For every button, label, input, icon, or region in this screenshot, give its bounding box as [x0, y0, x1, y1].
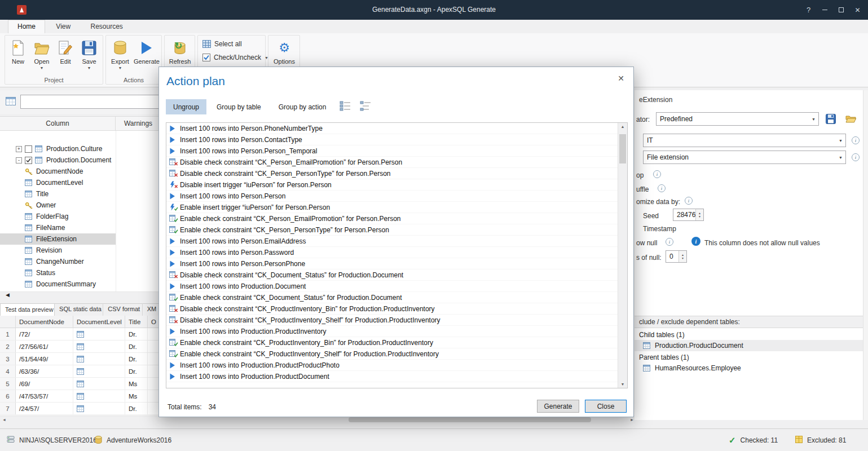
type-combo[interactable]: IT ▼ [643, 134, 846, 147]
splitter-collapse-icon[interactable]: ◀ [6, 292, 10, 298]
action-list-item[interactable]: Insert 100 rows into Person.EmailAddress [166, 236, 618, 247]
collapse-groups-icon[interactable] [360, 101, 371, 111]
action-list-item[interactable]: Insert 100 rows into Person.PersonPhone [166, 258, 618, 269]
preview-row-2[interactable]: 2/27/56/61/Dr. [0, 341, 161, 353]
tree-row-owner[interactable]: Owner [0, 200, 161, 211]
tree-row-documentnode[interactable]: DocumentNode [0, 166, 161, 177]
tree-row-revision[interactable]: Revision [0, 245, 161, 256]
dialog-scroll-thumb[interactable] [619, 134, 626, 163]
close-button[interactable]: Close [585, 400, 627, 413]
action-list-item[interactable]: Enable check constraint “CK_ProductInven… [166, 348, 618, 360]
action-list-item[interactable]: Disable insert trigger “iuPerson” for Pe… [166, 179, 618, 191]
action-list-item[interactable]: Disable check constraint “CK_Person_Emai… [166, 157, 618, 168]
warnings-header[interactable]: Warnings [116, 117, 161, 130]
save-button[interactable]: Save ▼ [77, 38, 101, 70]
tree-row-changenumber[interactable]: ChangeNumber [0, 256, 161, 267]
tree-row-production.document[interactable]: -Production.Document [0, 154, 161, 166]
tree-row-documentsummary[interactable]: DocumentSummary [0, 278, 161, 290]
checkbox[interactable] [25, 157, 32, 164]
action-list-item[interactable]: Insert 100 rows into Person.Person_Tempo… [166, 145, 618, 157]
preview-row-5[interactable]: 5/69/Ms [0, 378, 161, 390]
dialog-close-icon[interactable]: ✕ [618, 74, 624, 83]
preview-row-1[interactable]: 1/72/Dr. [0, 328, 161, 341]
generate-ribbon-button[interactable]: Generate [133, 38, 160, 65]
action-list-item[interactable]: Insert 100 rows into Production.ProductI… [166, 326, 618, 337]
expand-groups-icon[interactable] [340, 101, 351, 111]
column-header[interactable]: Column [0, 117, 116, 130]
tab-test-data-preview[interactable]: Test data preview [0, 303, 55, 316]
action-list-item[interactable]: Enable check constraint “CK_Person_Email… [166, 213, 618, 224]
action-list-item[interactable]: Insert 100 rows into Person.PhoneNumberT… [166, 123, 618, 134]
action-list-item[interactable]: Enable check constraint “CK_ProductInven… [166, 337, 618, 348]
tab-group-by-action[interactable]: Group by action [271, 99, 334, 114]
action-list-item[interactable]: Insert 100 rows into Person.ContactType [166, 134, 618, 145]
tree-row-fileextension[interactable]: FileExtension [0, 233, 161, 245]
scroll-left-icon[interactable]: ◄ [0, 416, 8, 423]
tab-resources[interactable]: Resources [82, 20, 132, 34]
action-list-item[interactable]: Disable check constraint “CK_ProductInve… [166, 303, 618, 315]
tree-row-status[interactable]: Status [0, 267, 161, 278]
minimize-button[interactable] [817, 0, 833, 20]
select-all-button[interactable]: Select all [202, 38, 242, 50]
expander-icon[interactable]: + [16, 146, 22, 152]
expander-icon[interactable]: - [16, 157, 22, 163]
close-window-button[interactable]: ✕ [849, 0, 866, 20]
save-dropdown-icon[interactable]: ▼ [87, 66, 91, 70]
info-icon[interactable]: i [852, 153, 860, 161]
maximize-button[interactable] [833, 0, 849, 20]
preview-row-3[interactable]: 3/51/54/49/Dr. [0, 353, 161, 365]
help-button[interactable]: ? [800, 0, 817, 20]
parent-table-item[interactable]: HumanResources.Employee [635, 362, 863, 374]
spinner-arrows-icon[interactable]: ▲▼ [678, 251, 686, 262]
new-button[interactable]: New [6, 38, 30, 65]
tab-csv-format[interactable]: CSV format [103, 303, 143, 316]
save-generator-icon[interactable] [826, 114, 836, 124]
tree-row-title[interactable]: Title [0, 188, 161, 200]
open-button[interactable]: Open ▼ [30, 38, 54, 70]
info-icon[interactable]: i [852, 136, 860, 144]
checkbox[interactable] [25, 145, 32, 153]
generator-combo[interactable]: Predefined ▼ [656, 112, 819, 126]
options-button[interactable]: ⚙ Options [272, 38, 296, 65]
seed-spinner[interactable]: 28476 ▲▼ [673, 209, 704, 221]
info-icon[interactable]: i [685, 197, 693, 205]
action-list-item[interactable]: Insert 100 rows into Production.Document [166, 281, 618, 292]
action-list-item[interactable]: Enable check constraint “CK_Person_Perso… [166, 224, 618, 236]
tree-row-folderflag[interactable]: FolderFlag [0, 211, 161, 222]
scroll-down-icon[interactable]: ▼ [618, 382, 627, 386]
parent-tables-group-label[interactable]: Parent tables (1) [639, 353, 689, 361]
tab-group-by-table[interactable]: Group by table [209, 99, 268, 114]
action-list-item[interactable]: Enable check constraint “CK_Document_Sta… [166, 292, 618, 303]
export-button[interactable]: Export ▼ [108, 38, 132, 70]
action-list-item[interactable]: Insert 100 rows into Production.ProductP… [166, 360, 618, 371]
subtype-combo[interactable]: File extension ▼ [643, 151, 846, 164]
title-header[interactable]: Title [125, 316, 148, 328]
info-icon[interactable]: i [658, 184, 666, 192]
action-list-item[interactable]: Disable check constraint “CK_ProductInve… [166, 315, 618, 326]
preview-row-7[interactable]: 7/24/57/Dr. [0, 403, 161, 415]
info-icon[interactable]: i [666, 238, 673, 246]
open-generator-folder-icon[interactable] [845, 114, 856, 123]
child-tables-group-label[interactable]: Child tables (1) [639, 331, 685, 339]
open-dropdown-icon[interactable]: ▼ [40, 66, 44, 70]
spinner-arrows-icon[interactable]: ▲▼ [695, 209, 703, 220]
horizontal-scroll-thumb[interactable] [349, 417, 591, 422]
refresh-button[interactable]: ↻ Refresh [168, 38, 192, 65]
documentnode-header[interactable]: DocumentNode [16, 316, 73, 328]
preview-row-4[interactable]: 4/63/36/Dr. [0, 365, 161, 378]
percent-null-spinner[interactable]: 0 ▲▼ [666, 250, 687, 263]
tab-sql-static-data[interactable]: SQL static data [55, 303, 103, 316]
action-list-item[interactable]: Insert 100 rows into Person.Person [166, 191, 618, 202]
tree-row-documentlevel[interactable]: DocumentLevel [0, 177, 161, 188]
child-table-item[interactable]: Production.ProductDocument [635, 340, 863, 351]
tab-view[interactable]: View [47, 20, 80, 34]
dialog-scrollbar[interactable]: ▲ ▼ [618, 123, 627, 388]
check-uncheck-button[interactable]: Check/Uncheck ▼ [202, 52, 268, 63]
scroll-up-icon[interactable]: ▲ [618, 125, 627, 129]
filter-input[interactable] [20, 95, 159, 109]
export-dropdown-icon[interactable]: ▼ [118, 66, 122, 70]
action-list-item[interactable]: Enable insert trigger “iuPerson” for Per… [166, 202, 618, 213]
action-list-item[interactable]: Disable check constraint “CK_Person_Pers… [166, 168, 618, 179]
tab-home[interactable]: Home [8, 20, 45, 33]
edit-button[interactable]: Edit [54, 38, 77, 65]
